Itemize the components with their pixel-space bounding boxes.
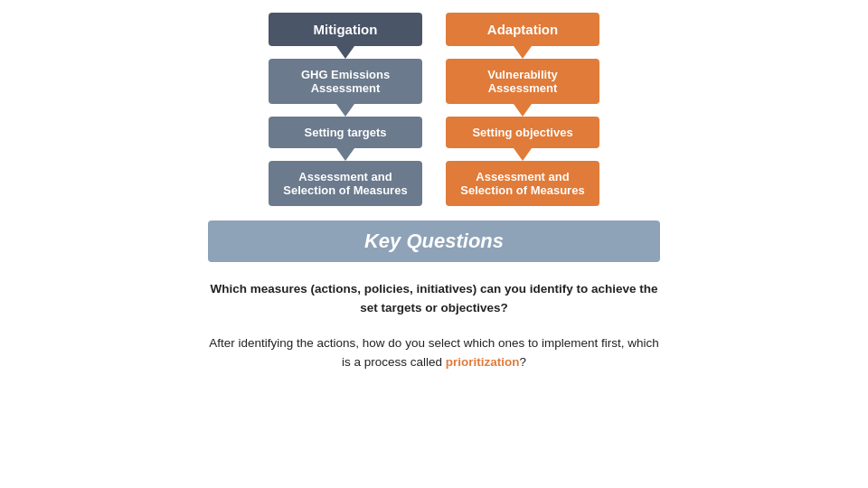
arrow-mit-3 [336, 148, 354, 161]
mitigation-header: Mitigation [269, 13, 422, 46]
arrow-adp-1 [514, 46, 532, 59]
adaptation-column: Adaptation Vulnerability Assessment Sett… [441, 13, 604, 206]
key-questions-box: Key Questions [208, 221, 660, 262]
mit-step-1: GHG Emissions Assessment [269, 59, 422, 104]
mit-step-3: Assessment and Selection of Measures [269, 161, 422, 206]
adp-step-2: Setting objectives [446, 117, 599, 148]
body-paragraph-2: After identifying the actions, how do yo… [208, 334, 660, 372]
body-paragraph-1: Which measures (actions, policies, initi… [208, 280, 660, 318]
arrow-mit-2 [336, 104, 354, 117]
arrow-mit-1 [336, 46, 354, 59]
adp-step-1: Vulnerability Assessment [446, 59, 599, 104]
mit-step-2: Setting targets [269, 117, 422, 148]
body-text2-after: ? [520, 355, 527, 369]
adaptation-header: Adaptation [446, 13, 599, 46]
arrow-adp-2 [514, 104, 532, 117]
arrow-adp-3 [514, 148, 532, 161]
flow-chart: Mitigation GHG Emissions Assessment Sett… [208, 13, 660, 206]
body-text2-before: After identifying the actions, how do yo… [209, 336, 659, 369]
key-questions-label: Key Questions [364, 230, 504, 252]
prioritization-highlight: prioritization [446, 355, 520, 369]
mitigation-column: Mitigation GHG Emissions Assessment Sett… [264, 13, 427, 206]
adp-step-3: Assessment and Selection of Measures [446, 161, 599, 206]
